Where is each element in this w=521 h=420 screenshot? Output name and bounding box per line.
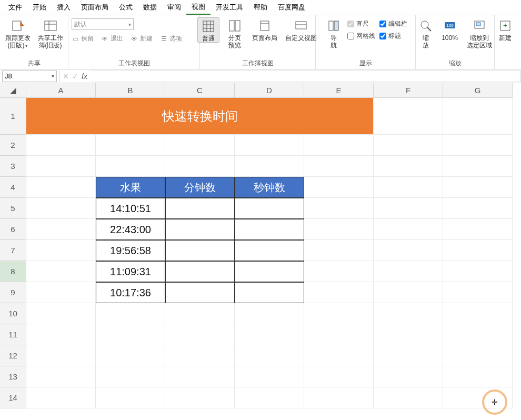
cell[interactable] (26, 240, 96, 261)
menu-insert[interactable]: 插入 (52, 1, 76, 14)
cell[interactable] (374, 303, 443, 324)
cell[interactable] (304, 261, 374, 282)
cell[interactable] (235, 387, 304, 408)
cancel-formula-icon[interactable]: ✕ (63, 72, 69, 81)
normal-view-button[interactable]: 普通 (197, 17, 219, 43)
zoom-100-button[interactable]: 100 100% (439, 17, 460, 42)
cell[interactable] (304, 240, 374, 261)
gridlines-checkbox[interactable]: 网格线 (347, 32, 375, 41)
cell[interactable] (374, 345, 443, 366)
cell[interactable] (26, 198, 96, 219)
menu-baidudisk[interactable]: 百度网盘 (273, 1, 310, 14)
table-cell[interactable]: 22:43:00 (96, 219, 165, 240)
col-header-g[interactable]: G (443, 83, 513, 98)
table-cell[interactable] (165, 240, 235, 261)
cell[interactable] (443, 98, 513, 135)
menu-formulas[interactable]: 公式 (114, 1, 138, 14)
cell[interactable] (443, 303, 513, 324)
menu-pagelayout[interactable]: 页面布局 (76, 1, 114, 14)
row-header-1[interactable]: 1 (0, 98, 26, 135)
menu-data[interactable]: 数据 (138, 1, 162, 14)
cell[interactable] (443, 324, 513, 345)
cell[interactable] (374, 98, 443, 135)
name-box[interactable]: J8▾ (2, 71, 57, 82)
table-cell[interactable] (235, 240, 304, 261)
row-header-9[interactable]: 9 (0, 282, 26, 303)
cell[interactable] (304, 219, 374, 240)
cell[interactable] (235, 324, 304, 345)
cell[interactable] (443, 219, 513, 240)
cell[interactable] (235, 156, 304, 177)
cell[interactable] (26, 345, 96, 366)
cell[interactable] (443, 135, 513, 156)
cell[interactable] (304, 177, 374, 198)
cell[interactable] (443, 261, 513, 282)
cell[interactable] (26, 303, 96, 324)
cell[interactable] (96, 135, 165, 156)
zoom-selection-button[interactable]: 缩放到选定区域 (465, 17, 494, 49)
cell[interactable] (165, 387, 235, 408)
cell[interactable] (165, 366, 235, 387)
cell[interactable] (374, 177, 443, 198)
table-header[interactable]: 秒钟数 (235, 177, 304, 198)
cell[interactable] (26, 219, 96, 240)
cell[interactable] (26, 261, 96, 282)
row-header-12[interactable]: 12 (0, 345, 26, 366)
table-cell[interactable] (235, 219, 304, 240)
cell[interactable] (443, 282, 513, 303)
row-header-5[interactable]: 5 (0, 198, 26, 219)
table-cell[interactable] (235, 282, 304, 303)
cell[interactable] (443, 366, 513, 387)
cell[interactable] (96, 156, 165, 177)
row-header-7[interactable]: 7 (0, 240, 26, 261)
menu-help[interactable]: 帮助 (248, 1, 273, 14)
cell[interactable] (304, 198, 374, 219)
cell[interactable] (165, 345, 235, 366)
select-all-corner[interactable]: ◢ (0, 83, 26, 98)
col-header-b[interactable]: B (96, 83, 165, 98)
table-cell[interactable] (165, 198, 235, 219)
cell[interactable] (165, 324, 235, 345)
cell[interactable] (374, 282, 443, 303)
cell[interactable] (304, 282, 374, 303)
headings-checkbox[interactable]: 标题 (379, 32, 407, 41)
menu-file[interactable]: 文件 (3, 1, 27, 14)
menu-devtools[interactable]: 开发工具 (211, 1, 248, 14)
menu-home[interactable]: 开始 (27, 1, 52, 14)
cell[interactable] (304, 387, 374, 408)
cell[interactable] (443, 198, 513, 219)
cell[interactable] (443, 240, 513, 261)
sheetview-combo[interactable]: 默认▾ (72, 18, 134, 30)
cell[interactable] (96, 303, 165, 324)
table-header[interactable]: 分钟数 (165, 177, 235, 198)
row-header-14[interactable]: 14 (0, 387, 26, 408)
cell[interactable] (374, 219, 443, 240)
cell[interactable] (304, 324, 374, 345)
cell[interactable] (304, 366, 374, 387)
formula-input[interactable] (91, 71, 521, 82)
cell[interactable] (165, 303, 235, 324)
table-cell[interactable] (235, 261, 304, 282)
cell[interactable] (304, 345, 374, 366)
navigation-button[interactable]: 导航 (324, 17, 343, 49)
cell[interactable] (374, 135, 443, 156)
cell[interactable] (96, 324, 165, 345)
row-header-10[interactable]: 10 (0, 303, 26, 324)
cell[interactable] (26, 324, 96, 345)
col-header-e[interactable]: E (304, 83, 374, 98)
row-header-6[interactable]: 6 (0, 219, 26, 240)
table-cell[interactable] (235, 198, 304, 219)
table-cell[interactable] (165, 261, 235, 282)
cell[interactable] (26, 282, 96, 303)
table-cell[interactable] (165, 219, 235, 240)
cell[interactable] (374, 261, 443, 282)
cell[interactable] (304, 135, 374, 156)
col-header-d[interactable]: D (235, 83, 304, 98)
table-cell[interactable]: 19:56:58 (96, 240, 165, 261)
share-workbook-button[interactable]: 共享工作簿(旧版) (36, 17, 65, 49)
cell[interactable] (235, 303, 304, 324)
cell[interactable] (304, 303, 374, 324)
cell[interactable] (96, 387, 165, 408)
table-cell[interactable]: 10:17:36 (96, 282, 165, 303)
row-header-11[interactable]: 11 (0, 324, 26, 345)
